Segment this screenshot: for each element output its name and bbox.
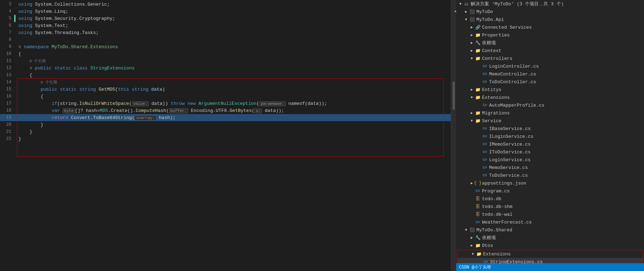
code-editor: 3 using System.Collections.Generic; 4 us… (0, 0, 451, 271)
iloginservice-file[interactable]: C# ILoginService.cs (456, 132, 644, 140)
json-icon: { } (475, 180, 481, 186)
appsettings-label: appsettings.json (482, 181, 644, 186)
project-mytodo-shared[interactable]: ▼ ⬛ MyToDo.Shared (456, 226, 644, 234)
imemoservice-file[interactable]: C# IMemoService.cs (456, 140, 644, 148)
service-folder[interactable]: ▼ 📁 Service (456, 117, 644, 125)
cs-icon: C# (475, 188, 481, 194)
cs-icon: C# (482, 164, 488, 171)
context-label: Context (482, 48, 644, 53)
project-mytodo-api[interactable]: ▼ ⬛ MyToDo.Api (456, 16, 644, 23)
extensions-shared-folder[interactable]: ▼ 📁 Extensions (457, 250, 643, 258)
ibaseservice-file[interactable]: C# IBaseService.cs (456, 125, 644, 132)
itodoservice-label: IToDoService.cs (489, 149, 644, 155)
chevron-icon (476, 173, 482, 178)
folder-icon: 📁 (476, 251, 482, 257)
todo-db-shm-file[interactable]: 🗄 todo.db-shm (456, 203, 644, 210)
memoservice-file[interactable]: C# MemoService.cs (456, 164, 644, 171)
automapperprofile-file[interactable]: C# AutoMapperProfile.cs (456, 101, 644, 109)
program-file[interactable]: C# Program.cs (456, 187, 644, 195)
chevron-icon: ▼ (470, 251, 476, 257)
code-line: 8 (0, 36, 451, 43)
controllers-folder[interactable]: ▼ 📁 Controllers (456, 55, 644, 62)
dependencies-api[interactable]: ▶ 🔧 依赖项 (456, 39, 644, 47)
todocontroller-label: ToDoController.cs (489, 79, 644, 85)
extensions-api-folder[interactable]: ▼ 📁 Extensions (456, 94, 644, 101)
chevron-icon (476, 79, 482, 85)
folder-icon: 📁 (475, 242, 481, 249)
appsettings-file[interactable]: ▶ { } appsettings.json (456, 179, 644, 187)
migrations-folder[interactable]: ▶ 📁 Migrations (456, 109, 644, 117)
chevron-icon: ▶ (469, 48, 475, 53)
connected-services[interactable]: ▶ 🔗 Connected Services (456, 23, 644, 31)
todoservice-file[interactable]: C# ToDoService.cs (456, 171, 644, 179)
program-label: Program.cs (482, 188, 644, 194)
cs-icon: C# (482, 63, 488, 69)
todocontroller-file[interactable]: C# ToDoController.cs (456, 78, 644, 86)
code-line: 9 ∨ namespace MyToDo.Shared.Extensions (0, 43, 451, 50)
scrollbar-thumb[interactable] (453, 81, 455, 110)
cs-icon: C# (482, 149, 488, 155)
project-mytodo[interactable]: ▶ ⬛ MyToDo (456, 8, 644, 16)
folder-icon: 📁 (475, 94, 481, 101)
cs-icon: C# (482, 125, 488, 132)
code-line: 16 { (0, 93, 451, 100)
code-line-highlighted: 19 return Convert.ToBase64String(inArray… (0, 114, 451, 121)
service-icon: 🔗 (475, 24, 481, 30)
chevron-icon: ▼ (463, 17, 469, 22)
loginservice-file[interactable]: C# LoginService.cs (456, 156, 644, 164)
chevron-icon: ▶ (469, 110, 475, 116)
chevron-icon (476, 134, 482, 139)
automapperprofile-label: AutoMapperProfile.cs (489, 103, 644, 108)
itodoservice-file[interactable]: C# IToDoService.cs (456, 148, 644, 156)
solution-explorer: ▼ 🗂 解决方案 'MyToDo' (3 个项目，共 3 个) ▶ ⬛ MyTo… (456, 0, 644, 271)
extensions-api-label: Extensions (482, 95, 644, 100)
code-line: 17 if(string.IsNullOrWhiteSpace(value: d… (0, 100, 451, 107)
chevron-icon: ▼ (469, 56, 475, 61)
code-line: 7 using System.Threading.Tasks; (0, 29, 451, 36)
shared-dependencies-label: 依赖项 (482, 235, 644, 241)
folder-icon: 📁 (475, 118, 481, 124)
context-folder[interactable]: ▶ 📁 Context (456, 47, 644, 55)
folder-icon: 📁 (475, 55, 481, 62)
chevron-icon (476, 126, 482, 131)
shared-dependencies[interactable]: ▶ 🔧 依赖项 (456, 234, 644, 242)
chevron-icon (469, 204, 475, 209)
properties-folder[interactable]: ▶ 📁 Properties (456, 31, 644, 39)
chevron-icon (476, 149, 482, 155)
chevron-icon: ▼ (463, 227, 469, 233)
folder-icon: 📁 (475, 32, 481, 38)
chevron-icon: ▶ (469, 24, 475, 30)
folder-icon: 📁 (475, 86, 481, 93)
imemoservice-label: IMemoService.cs (489, 142, 644, 147)
entitys-folder[interactable]: ▶ 📁 Entitys (456, 86, 644, 94)
code-line: 11 0 个引用 (0, 57, 451, 64)
project-mytodo-shared-label: MyToDo.Shared (476, 227, 644, 233)
cs-icon: C# (482, 71, 488, 77)
chevron-icon: ▶ (469, 32, 475, 38)
chevron-icon (469, 188, 475, 194)
todo-db-wal-file[interactable]: 🗄 todo.db-wal (456, 210, 644, 218)
dtos-folder[interactable]: ▶ 📁 Dtos (456, 242, 644, 249)
code-line: 20 } (0, 121, 451, 128)
solution-root[interactable]: ▼ 🗂 解决方案 'MyToDo' (3 个项目，共 3 个) (456, 0, 644, 8)
dtos-label: Dtos (482, 243, 644, 248)
project-mytodo-api-label: MyToDo.Api (476, 17, 644, 22)
migrations-label: Migrations (482, 111, 644, 116)
todo-db-wal-label: todo.db-wal (482, 212, 644, 217)
weatherforecast-file[interactable]: C# WeatherForecast.cs (456, 218, 644, 226)
chevron-icon (469, 219, 475, 225)
memocontroller-file[interactable]: C# MemoController.cs (456, 70, 644, 78)
todo-db-file[interactable]: 🗄 todo.db (456, 195, 644, 203)
scrollbar-highlight (455, 11, 456, 12)
code-line: 21 } (0, 128, 451, 135)
logincontroller-file[interactable]: C# LoginController.cs (456, 62, 644, 70)
editor-scrollbar[interactable] (451, 0, 456, 271)
code-line: 3 using System.Collections.Generic; (0, 1, 451, 8)
properties-label: Properties (482, 33, 644, 38)
solution-label: 解决方案 'MyToDo' (3 个项目，共 3 个) (471, 1, 644, 7)
ref-icon: 🔧 (475, 40, 481, 46)
iloginservice-label: ILoginService.cs (489, 134, 644, 139)
code-line: 14 0 个引用 (0, 79, 451, 86)
code-line: 5 using System.Security.Cryptography; (0, 15, 451, 22)
chevron-icon (476, 71, 482, 77)
